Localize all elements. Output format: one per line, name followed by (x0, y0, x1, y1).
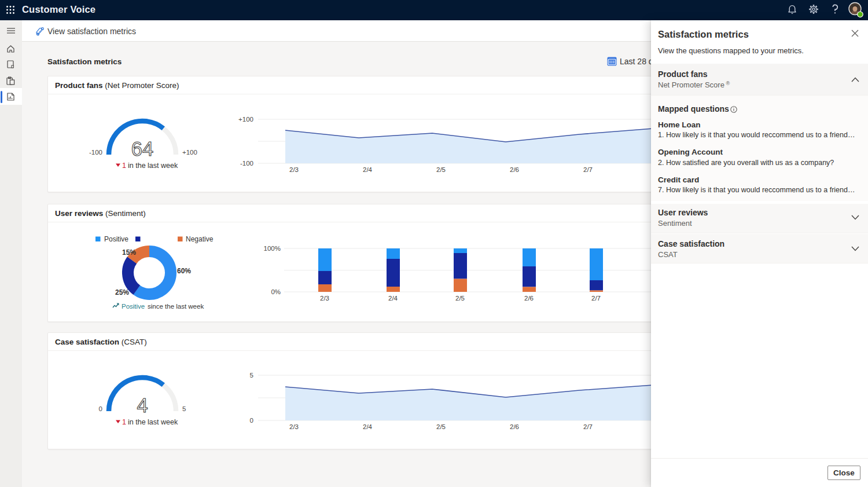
svg-text:64: 64 (131, 138, 153, 160)
svg-text:60%: 60% (177, 267, 191, 275)
svg-text:2/7: 2/7 (591, 295, 601, 302)
svg-text:2/6: 2/6 (524, 295, 534, 302)
svg-text:1: 1 (122, 162, 126, 170)
svg-text:2/5: 2/5 (455, 295, 465, 302)
svg-text:-100: -100 (89, 149, 102, 156)
svg-text:2/4: 2/4 (363, 166, 373, 173)
svg-text:2/3: 2/3 (320, 295, 329, 302)
svg-text:1: 1 (122, 418, 126, 426)
svg-text:-100: -100 (240, 160, 253, 167)
svg-text:2/3: 2/3 (289, 423, 299, 430)
svg-text:25%: 25% (115, 288, 129, 296)
svg-text:2/6: 2/6 (510, 423, 519, 430)
svg-text:in the last week: in the last week (128, 418, 178, 426)
svg-text:2/7: 2/7 (583, 423, 593, 430)
svg-text:2/4: 2/4 (363, 423, 373, 430)
svg-text:2/7: 2/7 (583, 166, 593, 173)
svg-text:5: 5 (250, 372, 253, 379)
svg-text:5: 5 (182, 405, 186, 412)
svg-text:100%: 100% (264, 245, 281, 252)
svg-text:2/5: 2/5 (436, 166, 446, 173)
svg-text:Negative: Negative (186, 235, 214, 243)
svg-text:2/4: 2/4 (388, 295, 398, 302)
svg-text:+100: +100 (238, 116, 253, 123)
svg-text:since the last week: since the last week (148, 303, 204, 310)
svg-text:0: 0 (250, 417, 253, 424)
svg-text:4: 4 (137, 394, 148, 416)
svg-text:Positive: Positive (104, 235, 128, 243)
svg-text:0%: 0% (271, 288, 281, 295)
svg-text:+100: +100 (182, 149, 197, 156)
svg-text:Positive: Positive (122, 303, 145, 310)
svg-text:2/6: 2/6 (510, 166, 519, 173)
svg-text:15%: 15% (122, 248, 136, 257)
svg-text:2/5: 2/5 (436, 423, 446, 430)
svg-text:0: 0 (99, 405, 102, 412)
svg-text:2/3: 2/3 (289, 166, 299, 173)
svg-text:in the last week: in the last week (128, 162, 178, 170)
